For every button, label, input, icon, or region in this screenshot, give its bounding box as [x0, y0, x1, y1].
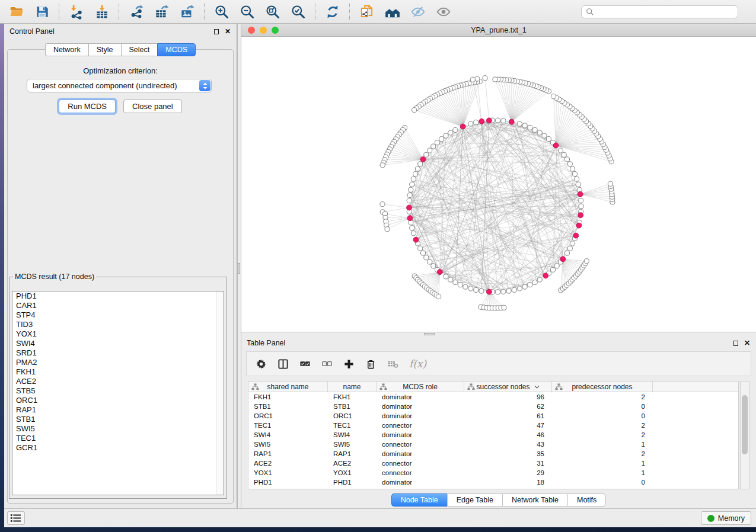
memory-status-icon	[707, 515, 714, 522]
close-panel-icon[interactable]: ✕	[225, 28, 231, 35]
network-canvas[interactable]	[241, 37, 756, 332]
mcds-result-item[interactable]: ACE2	[12, 377, 224, 386]
column-header-shared-name[interactable]: shared name	[248, 382, 328, 392]
mcds-result-item[interactable]: STP4	[12, 310, 224, 320]
tab-node-table[interactable]: Node Table	[391, 493, 447, 507]
column-header-name[interactable]: name	[328, 382, 377, 392]
column-header-MCDS-role[interactable]: MCDS role	[377, 382, 464, 392]
mcds-result-item[interactable]: PHD1	[12, 291, 224, 301]
criterion-select[interactable]: largest connected component (undirected)	[27, 79, 212, 92]
table-panel: Table Panel ✕ f(x) shared namenameMCDS r…	[241, 336, 756, 508]
mcds-result-item[interactable]: PMA2	[12, 358, 224, 367]
zoom-in-button[interactable]	[209, 2, 234, 21]
tab-motifs[interactable]: Motifs	[567, 493, 606, 507]
control-panel-title: Control Panel	[9, 27, 55, 36]
table-row[interactable]: ACE2ACE2connector311	[248, 459, 738, 468]
refresh-layout-button[interactable]	[320, 2, 345, 21]
mcds-list-scrollbar[interactable]	[216, 291, 224, 495]
tab-network[interactable]: Network	[45, 43, 88, 56]
mcds-result-item[interactable]: STB5	[12, 386, 224, 396]
export-network-icon	[129, 4, 144, 20]
table-row[interactable]: RAP1RAP1dominator352	[248, 449, 738, 459]
mcds-result-item[interactable]: SWI5	[12, 424, 224, 434]
mcds-result-item[interactable]: GCR1	[12, 443, 224, 453]
save-session-button[interactable]	[29, 2, 55, 21]
network-graph	[241, 37, 756, 332]
export-network-button[interactable]	[123, 2, 149, 21]
export-image-button[interactable]	[174, 2, 200, 21]
mcds-result-item[interactable]: ORC1	[12, 396, 224, 405]
control-panel: Control Panel ✕ NetworkStyleSelectMCDS O…	[4, 24, 237, 508]
splitter-grip[interactable]	[238, 263, 240, 274]
import-network-button[interactable]	[63, 2, 89, 21]
table-scrollbar[interactable]	[740, 381, 749, 489]
zoom-selected-button[interactable]	[285, 2, 311, 21]
table-row[interactable]: STB1STB1dominator620	[248, 402, 738, 411]
table-cell: SWI4	[328, 431, 377, 438]
table-row[interactable]: SWI5SWI5connector431	[248, 440, 738, 449]
mcds-result-item[interactable]: SWI4	[12, 339, 224, 348]
import-table-button[interactable]	[89, 2, 114, 21]
select-all-button[interactable]	[299, 358, 311, 370]
mcds-result-item[interactable]: CAR1	[12, 301, 224, 310]
tab-mcds[interactable]: MCDS	[157, 43, 196, 56]
network-window-titlebar[interactable]: YPA_prune.txt_1	[241, 24, 756, 37]
mcds-result-item[interactable]: TEC1	[12, 434, 224, 443]
mcds-result-item[interactable]: FKH1	[12, 367, 224, 377]
memory-button[interactable]: Memory	[701, 511, 751, 525]
refresh-layout-icon	[325, 4, 340, 20]
close-panel-icon[interactable]: ✕	[744, 339, 750, 347]
zoom-out-button[interactable]	[234, 2, 260, 21]
table-toolbar: f(x)	[246, 351, 751, 376]
show-all-button[interactable]	[430, 2, 456, 21]
deselect-all-button[interactable]	[321, 358, 333, 370]
table-options-button[interactable]	[256, 358, 267, 370]
export-image-icon	[180, 4, 195, 20]
table-row[interactable]: YOX1YOX1connector291	[248, 468, 738, 477]
tab-edge-table[interactable]: Edge Table	[447, 493, 502, 507]
close-panel-button[interactable]: Close panel	[123, 100, 182, 113]
vertical-splitter[interactable]	[237, 24, 241, 508]
search-box[interactable]	[581, 5, 738, 18]
table-scrollbar-thumb[interactable]	[742, 395, 748, 454]
table-cell: 43	[464, 441, 552, 448]
new-column-button[interactable]	[343, 358, 355, 370]
mcds-result-item[interactable]: YOX1	[12, 329, 224, 339]
float-panel-icon[interactable]	[214, 29, 219, 34]
zoom-fit-button[interactable]	[260, 2, 285, 21]
show-columns-button[interactable]	[277, 358, 289, 370]
task-history-button[interactable]	[7, 511, 25, 525]
table-cell: 46	[464, 431, 552, 438]
table-row[interactable]: ORC1ORC1dominator610	[248, 411, 738, 421]
float-panel-icon[interactable]	[733, 341, 738, 346]
column-header-successor-nodes[interactable]: successor nodes	[464, 382, 552, 392]
export-table-button[interactable]	[149, 2, 174, 21]
criterion-select-value: largest connected component (undirected)	[27, 81, 199, 90]
first-neighbors-button[interactable]	[379, 2, 405, 21]
table-row[interactable]: FKH1FKH1dominator962	[248, 392, 738, 402]
column-header-predecessor-nodes[interactable]: predecessor nodes	[552, 382, 653, 392]
mcds-result-item[interactable]: SRD1	[12, 348, 224, 358]
tab-network-table[interactable]: Network Table	[502, 493, 567, 507]
table-row[interactable]: PHD1PHD1dominator180	[248, 477, 738, 487]
duplicate-network-button[interactable]	[354, 2, 379, 21]
splitter-grip[interactable]	[424, 333, 435, 335]
open-file-button[interactable]	[4, 2, 29, 21]
run-mcds-button[interactable]: Run MCDS	[59, 100, 116, 113]
function-builder-icon: f(x)	[409, 358, 426, 370]
table-row[interactable]: SWI4SWI4dominator462	[248, 430, 738, 440]
mcds-result-item[interactable]: STB1	[12, 415, 224, 424]
horizontal-splitter[interactable]	[241, 332, 756, 336]
mcds-result-item[interactable]: TID3	[12, 320, 224, 329]
column-header-label: shared name	[267, 383, 308, 391]
table-cell: PHD1	[328, 479, 377, 486]
hide-selected-button[interactable]	[405, 2, 430, 21]
mcds-result-list[interactable]: PHD1CAR1STP4TID3YOX1SWI4SRD1PMA2FKH1ACE2…	[12, 291, 224, 495]
table-cell: ORC1	[248, 412, 328, 419]
mcds-result-item[interactable]: RAP1	[12, 405, 224, 415]
tab-style[interactable]: Style	[88, 43, 121, 56]
table-row[interactable]: TEC1TEC1connector472	[248, 421, 738, 430]
delete-column-button[interactable]	[365, 358, 377, 370]
tab-select[interactable]: Select	[121, 43, 158, 56]
search-input[interactable]	[597, 7, 738, 17]
